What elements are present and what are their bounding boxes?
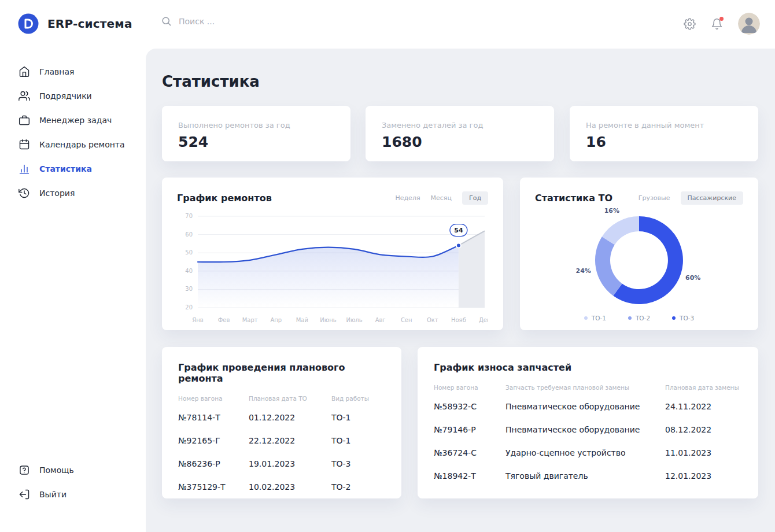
svg-text:16%: 16% <box>604 207 619 215</box>
table-row: №86236-Р19.01.2023ТО-3 <box>178 452 385 475</box>
table-cell: Пневматическое оборудование <box>505 402 665 411</box>
stat-label: Заменено деталей за год <box>382 121 538 130</box>
legend-label: ТО-2 <box>636 315 650 322</box>
stat-card-repairs-per-year: Выполнено ремонтов за год 524 <box>162 106 350 161</box>
svg-text:Авг: Авг <box>375 317 386 323</box>
sidebar-item-label: История <box>39 189 75 198</box>
planned-repair-schedule-card: График проведения планового ремонта Номе… <box>162 347 401 498</box>
table-cell: 08.12.2022 <box>665 425 742 434</box>
notifications-button[interactable] <box>711 18 723 30</box>
sidebar-item-label: Главная <box>39 67 74 76</box>
search-bar[interactable] <box>161 16 341 27</box>
top-bar: ERP-система <box>0 0 775 49</box>
stat-card-currently-in-repair: На ремонте в данный момент 16 <box>570 106 758 161</box>
table-cell: 10.02.2023 <box>249 482 331 492</box>
settings-button[interactable] <box>684 18 696 30</box>
tab-passenger[interactable]: Пассажирские <box>681 191 744 205</box>
sidebar-item-label: Подрядчики <box>39 91 92 101</box>
table-cell: ТО-3 <box>331 459 385 468</box>
table-cell: №18942-Т <box>434 471 505 481</box>
legend-label: ТО-1 <box>592 315 606 322</box>
legend-item[interactable]: ТО-2 <box>628 315 650 322</box>
sidebar-item-home[interactable]: Главная <box>0 60 146 84</box>
stat-label: На ремонте в данный момент <box>586 121 742 130</box>
table-cell: Тяговый двигатель <box>505 471 665 481</box>
gear-icon <box>684 18 696 30</box>
app-logo[interactable]: ERP-система <box>17 13 132 35</box>
sidebar-item-task-manager[interactable]: Менеджер задач <box>0 108 146 132</box>
table-cell: №36724-С <box>434 448 505 457</box>
svg-text:50: 50 <box>185 249 193 256</box>
sidebar: Главная Подрядчики Менеджер задач Календ… <box>0 49 146 532</box>
planned-repair-table: Номер вагонаПлановая дата ТОВид работы№7… <box>162 391 401 498</box>
svg-text:Март: Март <box>242 317 258 323</box>
avatar[interactable] <box>738 13 760 35</box>
stat-value: 1680 <box>382 134 538 150</box>
sidebar-item-help[interactable]: Помощь <box>0 458 146 482</box>
tab-week[interactable]: Неделя <box>395 194 420 202</box>
search-input[interactable] <box>179 17 341 26</box>
chart-range-tabs: Неделя Месяц Год <box>395 191 488 205</box>
task-manager-icon <box>19 114 30 126</box>
table-row: №58932-СПневматическое оборудование24.11… <box>434 395 742 418</box>
table-cell: 12.01.2023 <box>665 471 742 481</box>
column-header: Вид работы <box>331 395 385 402</box>
tab-month[interactable]: Месяц <box>431 194 452 202</box>
table-cell: 01.12.2022 <box>249 413 331 422</box>
sidebar-item-label: Менеджер задач <box>39 116 112 125</box>
svg-text:Июль: Июль <box>346 317 362 323</box>
main-content: Статистика Выполнено ремонтов за год 524… <box>146 49 775 532</box>
sidebar-item-statistics[interactable]: Статистика <box>0 157 146 181</box>
table-cell: №92165-Г <box>178 436 249 445</box>
legend-label: ТО-3 <box>680 315 694 322</box>
sidebar-item-contractors[interactable]: Подрядчики <box>0 84 146 108</box>
app-title: ERP-система <box>47 17 132 31</box>
column-header: Номер вагона <box>178 395 249 402</box>
page-title: Статистика <box>162 73 260 90</box>
svg-text:Апр: Апр <box>270 317 282 323</box>
svg-text:54: 54 <box>454 227 463 234</box>
sidebar-item-label: Помощь <box>39 466 74 475</box>
table-cell: ТО-1 <box>331 436 385 445</box>
svg-text:20: 20 <box>185 304 193 311</box>
legend-dot <box>584 316 588 320</box>
svg-text:Фев: Фев <box>218 317 230 323</box>
table-cell: №375129-Т <box>178 482 249 492</box>
maintenance-donut-chart: 60%24%16% <box>535 206 743 317</box>
legend-item[interactable]: ТО-1 <box>584 315 606 322</box>
stat-value: 524 <box>178 134 334 150</box>
search-icon <box>161 16 172 27</box>
tab-freight[interactable]: Грузовые <box>639 194 670 202</box>
table-cell: 19.01.2023 <box>249 459 331 468</box>
sidebar-item-label: Статистика <box>39 164 92 173</box>
table-header-row: Номер вагонаЗапчасть требуемая плановой … <box>434 380 742 395</box>
sidebar-item-repair-calendar[interactable]: Календарь ремонта <box>0 132 146 157</box>
stat-label: Выполнено ремонтов за год <box>178 121 334 130</box>
svg-text:40: 40 <box>185 268 193 274</box>
column-header: Номер вагона <box>434 384 505 391</box>
parts-wear-schedule-card: График износа запчастей Номер вагонаЗапч… <box>418 347 758 498</box>
svg-text:30: 30 <box>185 286 193 292</box>
statistics-icon <box>19 163 30 175</box>
table-cell: №79146-Р <box>434 425 505 434</box>
table-cell: ТО-2 <box>331 482 385 492</box>
sidebar-item-logout[interactable]: Выйти <box>0 482 146 507</box>
sidebar-item-label: Выйти <box>39 490 67 499</box>
table-row: №79146-РПневматическое оборудование08.12… <box>434 418 742 441</box>
tab-year[interactable]: Год <box>462 191 488 205</box>
sidebar-item-history[interactable]: История <box>0 181 146 205</box>
table-cell: 24.11.2022 <box>665 402 742 411</box>
repair-calendar-icon <box>19 139 30 150</box>
header-actions <box>684 13 760 35</box>
svg-text:Янв: Янв <box>192 317 203 323</box>
legend-item[interactable]: ТО-3 <box>672 315 694 322</box>
stat-card-parts-replaced: Заменено деталей за год 1680 <box>366 106 554 161</box>
contractors-icon <box>19 90 30 102</box>
sidebar-nav: Главная Подрядчики Менеджер задач Календ… <box>0 49 146 205</box>
legend-dot <box>628 316 632 320</box>
svg-text:Май: Май <box>296 317 308 323</box>
legend-dot <box>672 316 676 320</box>
repairs-line-chart: 706050403020ЯнвФевМартАпрМайИюньИюльАвгС… <box>177 209 488 326</box>
column-header: Плановая дата замены <box>665 384 742 391</box>
table-row: №78114-Т01.12.2022ТО-1 <box>178 406 385 429</box>
